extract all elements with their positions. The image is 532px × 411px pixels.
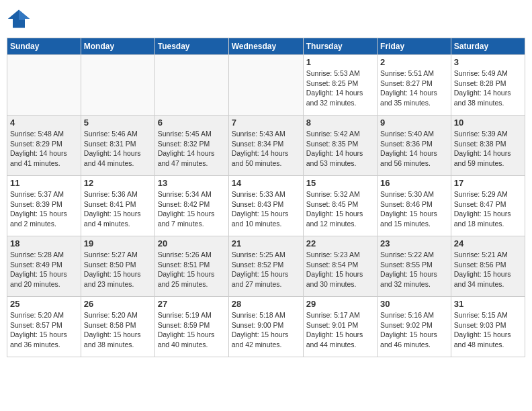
day-cell: 21Sunrise: 5:25 AMSunset: 8:52 PMDayligh… [228,236,303,297]
day-cell: 28Sunrise: 5:18 AMSunset: 9:00 PMDayligh… [228,297,303,357]
day-number: 13 [158,178,226,188]
day-number: 3 [454,57,522,67]
day-number: 29 [306,299,374,309]
day-cell [81,55,154,116]
day-cell: 23Sunrise: 5:22 AMSunset: 8:55 PMDayligh… [378,236,451,297]
day-number: 22 [306,238,374,248]
day-info: Sunrise: 5:46 AMSunset: 8:31 PMDaylight:… [84,129,152,169]
header-row: SundayMondayTuesdayWednesdayThursdayFrid… [7,38,525,55]
day-info: Sunrise: 5:22 AMSunset: 8:55 PMDaylight:… [380,250,448,289]
day-number: 6 [158,118,226,128]
day-info: Sunrise: 5:42 AMSunset: 8:35 PMDaylight:… [306,129,374,169]
day-cell: 17Sunrise: 5:29 AMSunset: 8:47 PMDayligh… [451,176,525,236]
day-cell: 1Sunrise: 5:53 AMSunset: 8:25 PMDaylight… [303,55,377,116]
day-info: Sunrise: 5:28 AMSunset: 8:49 PMDaylight:… [10,250,78,289]
day-number: 24 [454,238,522,248]
day-number: 21 [232,238,300,248]
day-info: Sunrise: 5:45 AMSunset: 8:32 PMDaylight:… [158,129,226,169]
day-info: Sunrise: 5:53 AMSunset: 8:25 PMDaylight:… [306,68,374,108]
day-info: Sunrise: 5:40 AMSunset: 8:36 PMDaylight:… [380,129,448,169]
day-cell [7,55,81,116]
header-friday: Friday [378,38,451,55]
day-info: Sunrise: 5:26 AMSunset: 8:51 PMDaylight:… [158,250,226,289]
day-info: Sunrise: 5:39 AMSunset: 8:38 PMDaylight:… [454,129,522,169]
header-wednesday: Wednesday [228,38,303,55]
day-info: Sunrise: 5:20 AMSunset: 8:57 PMDaylight:… [10,310,78,350]
week-row-5: 25Sunrise: 5:20 AMSunset: 8:57 PMDayligh… [7,297,525,357]
day-cell: 9Sunrise: 5:40 AMSunset: 8:36 PMDaylight… [378,116,451,176]
week-row-3: 11Sunrise: 5:37 AMSunset: 8:39 PMDayligh… [7,176,525,236]
day-cell: 16Sunrise: 5:30 AMSunset: 8:46 PMDayligh… [378,176,451,236]
week-row-4: 18Sunrise: 5:28 AMSunset: 8:49 PMDayligh… [7,236,525,297]
day-number: 23 [380,238,448,248]
day-number: 14 [232,178,300,188]
day-number: 17 [454,178,522,188]
day-number: 31 [454,299,522,309]
day-number: 2 [380,57,448,67]
day-cell: 18Sunrise: 5:28 AMSunset: 8:49 PMDayligh… [7,236,81,297]
day-info: Sunrise: 5:49 AMSunset: 8:28 PMDaylight:… [454,68,522,108]
day-cell: 20Sunrise: 5:26 AMSunset: 8:51 PMDayligh… [154,236,228,297]
day-number: 15 [306,178,374,188]
header-saturday: Saturday [451,38,525,55]
calendar: SundayMondayTuesdayWednesdayThursdayFrid… [7,38,525,357]
day-cell: 30Sunrise: 5:16 AMSunset: 9:02 PMDayligh… [378,297,451,357]
day-info: Sunrise: 5:51 AMSunset: 8:27 PMDaylight:… [380,68,448,108]
day-cell: 24Sunrise: 5:21 AMSunset: 8:56 PMDayligh… [451,236,525,297]
day-info: Sunrise: 5:36 AMSunset: 8:41 PMDaylight:… [84,189,152,229]
day-cell: 22Sunrise: 5:23 AMSunset: 8:54 PMDayligh… [303,236,377,297]
day-info: Sunrise: 5:32 AMSunset: 8:45 PMDaylight:… [306,189,374,229]
day-cell: 7Sunrise: 5:43 AMSunset: 8:34 PMDaylight… [228,116,303,176]
logo [7,7,32,31]
day-info: Sunrise: 5:25 AMSunset: 8:52 PMDaylight:… [232,250,300,289]
day-cell: 10Sunrise: 5:39 AMSunset: 8:38 PMDayligh… [451,116,525,176]
day-number: 9 [380,118,448,128]
day-number: 12 [84,178,152,188]
day-cell: 15Sunrise: 5:32 AMSunset: 8:45 PMDayligh… [303,176,377,236]
day-cell: 31Sunrise: 5:15 AMSunset: 9:03 PMDayligh… [451,297,525,357]
day-cell [154,55,228,116]
page-header [7,7,525,31]
day-number: 25 [10,299,78,309]
header-thursday: Thursday [303,38,377,55]
day-cell: 13Sunrise: 5:34 AMSunset: 8:42 PMDayligh… [154,176,228,236]
day-info: Sunrise: 5:17 AMSunset: 9:01 PMDaylight:… [306,310,374,350]
day-info: Sunrise: 5:33 AMSunset: 8:43 PMDaylight:… [232,189,300,229]
day-number: 11 [10,178,78,188]
day-cell: 26Sunrise: 5:20 AMSunset: 8:58 PMDayligh… [81,297,154,357]
day-cell: 25Sunrise: 5:20 AMSunset: 8:57 PMDayligh… [7,297,81,357]
day-info: Sunrise: 5:29 AMSunset: 8:47 PMDaylight:… [454,189,522,229]
day-info: Sunrise: 5:19 AMSunset: 8:59 PMDaylight:… [158,310,226,350]
day-number: 26 [84,299,152,309]
day-number: 5 [84,118,152,128]
day-cell: 5Sunrise: 5:46 AMSunset: 8:31 PMDaylight… [81,116,154,176]
day-number: 7 [232,118,300,128]
day-cell: 11Sunrise: 5:37 AMSunset: 8:39 PMDayligh… [7,176,81,236]
header-sunday: Sunday [7,38,81,55]
day-number: 8 [306,118,374,128]
day-cell: 27Sunrise: 5:19 AMSunset: 8:59 PMDayligh… [154,297,228,357]
day-number: 1 [306,57,374,67]
day-cell: 8Sunrise: 5:42 AMSunset: 8:35 PMDaylight… [303,116,377,176]
day-number: 10 [454,118,522,128]
day-info: Sunrise: 5:18 AMSunset: 9:00 PMDaylight:… [232,310,300,350]
day-cell: 3Sunrise: 5:49 AMSunset: 8:28 PMDaylight… [451,55,525,116]
day-number: 4 [10,118,78,128]
day-cell: 2Sunrise: 5:51 AMSunset: 8:27 PMDaylight… [378,55,451,116]
day-info: Sunrise: 5:48 AMSunset: 8:29 PMDaylight:… [10,129,78,169]
day-info: Sunrise: 5:15 AMSunset: 9:03 PMDaylight:… [454,310,522,350]
day-info: Sunrise: 5:16 AMSunset: 9:02 PMDaylight:… [380,310,448,350]
header-monday: Monday [81,38,154,55]
day-cell: 19Sunrise: 5:27 AMSunset: 8:50 PMDayligh… [81,236,154,297]
day-info: Sunrise: 5:34 AMSunset: 8:42 PMDaylight:… [158,189,226,229]
day-info: Sunrise: 5:30 AMSunset: 8:46 PMDaylight:… [380,189,448,229]
day-number: 30 [380,299,448,309]
day-cell [228,55,303,116]
day-cell: 6Sunrise: 5:45 AMSunset: 8:32 PMDaylight… [154,116,228,176]
header-tuesday: Tuesday [154,38,228,55]
day-info: Sunrise: 5:21 AMSunset: 8:56 PMDaylight:… [454,250,522,289]
week-row-2: 4Sunrise: 5:48 AMSunset: 8:29 PMDaylight… [7,116,525,176]
day-number: 28 [232,299,300,309]
logo-icon [7,7,31,31]
day-cell: 4Sunrise: 5:48 AMSunset: 8:29 PMDaylight… [7,116,81,176]
